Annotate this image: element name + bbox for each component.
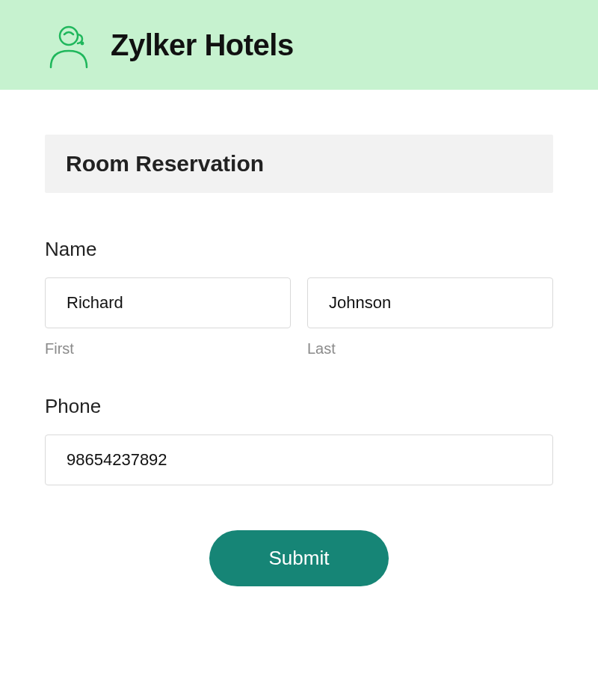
svg-point-0	[60, 27, 78, 45]
phone-label: Phone	[45, 395, 553, 418]
name-row: First Last	[45, 277, 553, 357]
page-title: Zylker Hotels	[111, 28, 294, 62]
svg-point-1	[81, 43, 83, 44]
form-container: Room Reservation Name First Last Phone S…	[0, 90, 598, 616]
name-label: Name	[45, 238, 553, 261]
submit-button[interactable]: Submit	[209, 530, 389, 586]
section-title: Room Reservation	[45, 135, 553, 193]
first-name-input[interactable]	[45, 277, 291, 328]
header: Zylker Hotels	[0, 0, 598, 90]
name-field-group: Name First Last	[45, 238, 553, 357]
first-name-col: First	[45, 277, 291, 357]
submit-row: Submit	[45, 530, 553, 586]
last-name-sublabel: Last	[307, 340, 553, 357]
last-name-col: Last	[307, 277, 553, 357]
concierge-icon	[45, 21, 93, 69]
phone-field-group: Phone	[45, 395, 553, 485]
phone-input[interactable]	[45, 435, 553, 485]
first-name-sublabel: First	[45, 340, 291, 357]
last-name-input[interactable]	[307, 277, 553, 328]
